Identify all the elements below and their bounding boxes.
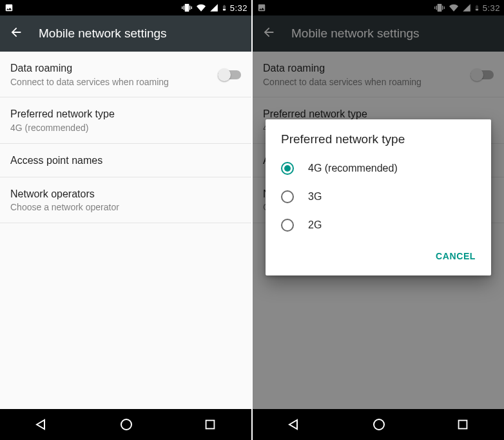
option-3g[interactable]: 3G [266, 183, 491, 211]
row-title: Access point names [10, 154, 241, 168]
option-label: 3G [308, 191, 322, 203]
radio-icon [281, 219, 294, 232]
svg-point-0 [121, 419, 131, 430]
signal-icon [209, 3, 218, 12]
navigation-bar [0, 409, 251, 440]
svg-point-2 [374, 419, 384, 430]
cancel-button[interactable]: CANCEL [428, 246, 483, 266]
radio-icon [281, 162, 294, 175]
row-title: Data roaming [10, 61, 218, 75]
dialog-title: Preferred network type [266, 119, 491, 154]
row-subtitle: Choose a network operator [10, 201, 241, 214]
wifi-icon [195, 3, 207, 12]
screen-right: 5:32 Mobile network settings Data roamin… [253, 0, 504, 440]
svg-rect-1 [206, 421, 214, 429]
back-icon[interactable] [9, 25, 23, 42]
row-subtitle: Connect to data services when roaming [10, 76, 218, 88]
row-network-operators[interactable]: Network operators Choose a network opera… [0, 177, 251, 223]
row-subtitle: 4G (recommended) [10, 122, 241, 134]
dialog-actions: CANCEL [266, 239, 491, 272]
settings-list: Data roaming Connect to data services wh… [0, 52, 251, 409]
option-2g[interactable]: 2G [266, 211, 491, 239]
data-roaming-switch[interactable] [218, 68, 241, 81]
status-clock: 5:32 [230, 3, 247, 13]
picture-icon [4, 3, 14, 12]
nav-home-icon[interactable] [371, 417, 387, 432]
screen-left: 5:32 Mobile network settings Data roamin… [0, 0, 251, 440]
status-bar: 5:32 [0, 0, 251, 15]
nav-back-icon[interactable] [34, 417, 50, 432]
app-bar: Mobile network settings [0, 15, 251, 52]
page-title: Mobile network settings [39, 26, 167, 41]
nav-back-icon[interactable] [287, 417, 302, 432]
preferred-network-dialog: Preferred network type 4G (recommended) … [266, 119, 491, 275]
nav-recents-icon[interactable] [456, 417, 470, 432]
nav-home-icon[interactable] [119, 417, 134, 432]
radio-icon [281, 190, 294, 203]
row-title: Network operators [10, 187, 241, 201]
row-preferred-network[interactable]: Preferred network type 4G (recommended) [0, 97, 251, 143]
vibrate-icon [181, 3, 193, 13]
row-apn[interactable]: Access point names [0, 144, 251, 177]
navigation-bar [253, 409, 504, 440]
option-label: 2G [308, 219, 322, 231]
option-4g[interactable]: 4G (recommended) [266, 154, 491, 183]
nav-recents-icon[interactable] [203, 417, 217, 432]
battery-icon [221, 3, 228, 13]
row-data-roaming[interactable]: Data roaming Connect to data services wh… [0, 52, 251, 97]
svg-rect-3 [458, 421, 467, 429]
option-label: 4G (recommended) [308, 163, 398, 174]
row-title: Preferred network type [10, 107, 241, 121]
